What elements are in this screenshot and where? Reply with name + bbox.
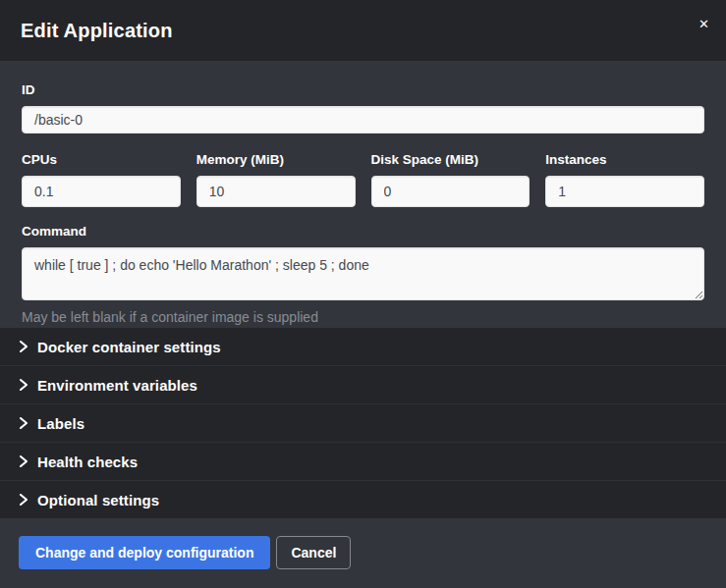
modal-header: Edit Application ✕: [0, 0, 726, 61]
section-health-checks[interactable]: Health checks: [0, 443, 726, 481]
disk-input[interactable]: [371, 176, 531, 207]
modal-title: Edit Application: [21, 20, 173, 42]
section-labels[interactable]: Labels: [0, 404, 726, 443]
cancel-button[interactable]: Cancel: [276, 536, 351, 569]
chevron-right-icon: [19, 416, 28, 430]
command-textarea[interactable]: while [ true ] ; do echo 'Hello Marathon…: [22, 247, 704, 300]
command-field-group: Command while [ true ] ; do echo 'Hello …: [22, 225, 704, 325]
cpus-input[interactable]: [22, 176, 181, 207]
section-environment-variables[interactable]: Environment variables: [0, 366, 726, 404]
section-optional-settings[interactable]: Optional settings: [0, 481, 726, 518]
chevron-right-icon: [19, 378, 28, 392]
instances-input[interactable]: [545, 176, 704, 207]
application-form: ID CPUs Memory (MiB) Disk Space (MiB) In…: [0, 61, 726, 328]
id-input[interactable]: [22, 106, 704, 134]
resources-row: CPUs Memory (MiB) Disk Space (MiB) Insta…: [22, 153, 704, 207]
chevron-right-icon: [19, 340, 28, 353]
cpus-field-group: CPUs: [22, 153, 181, 207]
instances-field-group: Instances: [545, 153, 704, 207]
section-label: Labels: [37, 415, 84, 432]
memory-label: Memory (MiB): [196, 153, 356, 168]
memory-input[interactable]: [196, 176, 356, 207]
change-and-deploy-button[interactable]: Change and deploy configuration: [19, 536, 270, 569]
section-docker-container-settings[interactable]: Docker container settings: [0, 328, 726, 366]
cpus-label: CPUs: [22, 153, 181, 168]
section-label: Optional settings: [37, 492, 159, 508]
disk-label: Disk Space (MiB): [371, 153, 531, 168]
disk-field-group: Disk Space (MiB): [371, 153, 531, 207]
command-help-text: May be left blank if a container image i…: [22, 309, 704, 325]
id-label: ID: [22, 83, 704, 98]
modal-footer: Change and deploy configuration Cancel: [0, 518, 726, 588]
id-field-group: ID: [22, 83, 704, 134]
section-label: Docker container settings: [37, 339, 221, 355]
chevron-right-icon: [19, 493, 28, 507]
collapsible-sections: Docker container settings Environment va…: [0, 328, 726, 518]
instances-label: Instances: [545, 153, 704, 168]
section-label: Environment variables: [37, 377, 197, 394]
close-icon[interactable]: ✕: [695, 14, 713, 34]
command-label: Command: [22, 225, 704, 240]
memory-field-group: Memory (MiB): [196, 153, 356, 207]
edit-application-modal: Edit Application ✕ ID CPUs Memory (MiB) …: [0, 0, 726, 588]
chevron-right-icon: [19, 454, 28, 468]
section-label: Health checks: [37, 454, 138, 470]
